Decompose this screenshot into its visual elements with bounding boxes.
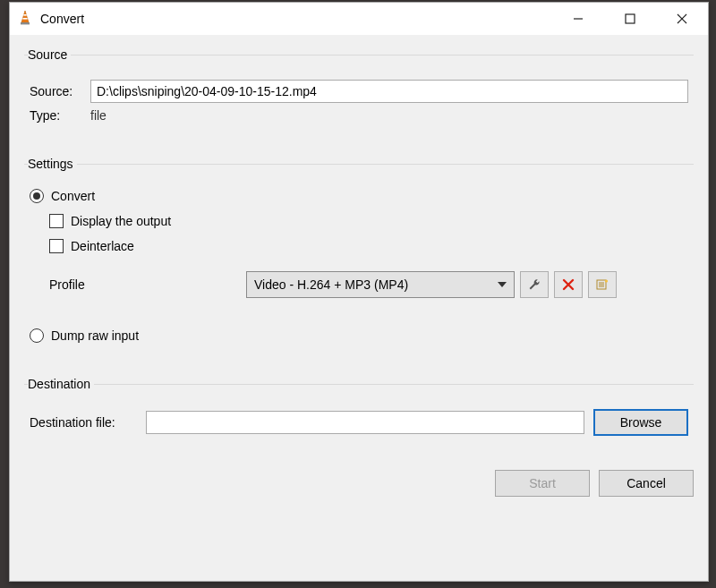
settings-legend: Settings [28,157,77,171]
cancel-button[interactable]: Cancel [599,470,694,497]
destination-group: Destination Destination file: Browse [24,377,694,454]
profile-value: Video - H.264 + MP3 (MP4) [254,277,408,292]
window-title: Convert [40,12,84,26]
x-icon [561,277,575,292]
display-output-checkbox[interactable]: Display the output [49,214,171,228]
start-button[interactable]: Start [495,470,590,497]
source-label: Source: [30,84,90,98]
destination-legend: Destination [28,377,94,391]
svg-marker-0 [21,11,29,22]
maximize-button[interactable] [604,3,656,35]
new-profile-icon [595,277,609,292]
destination-file-label: Destination file: [30,415,146,430]
dump-raw-radio[interactable]: Dump raw input [30,328,139,343]
svg-rect-5 [626,14,635,23]
delete-profile-button[interactable] [554,271,583,298]
titlebar[interactable]: Convert [10,3,708,35]
svg-point-9 [605,279,608,282]
type-label: Type: [30,108,90,123]
app-icon [17,10,33,29]
profile-combobox[interactable]: Video - H.264 + MP3 (MP4) [246,271,515,298]
type-value: file [90,108,107,123]
svg-rect-1 [23,14,26,16]
destination-file-input[interactable] [146,411,584,434]
svg-rect-3 [21,22,30,24]
close-button[interactable] [656,3,708,35]
chevron-down-icon [498,282,507,287]
wrench-icon [527,277,541,292]
browse-button[interactable]: Browse [593,409,688,436]
svg-rect-2 [22,18,27,20]
dump-raw-label: Dump raw input [51,328,139,343]
convert-dialog: Convert Source Source: Type: file [9,2,709,582]
source-input[interactable] [90,80,688,103]
settings-group: Settings Convert Display the output Dein… [24,157,694,361]
convert-radio[interactable]: Convert [30,189,95,203]
deinterlace-checkbox[interactable]: Deinterlace [49,239,134,253]
source-legend: Source [28,47,71,62]
source-group: Source Source: Type: file [24,47,694,141]
minimize-button[interactable] [552,3,604,35]
new-profile-button[interactable] [588,271,617,298]
convert-radio-label: Convert [51,189,95,203]
deinterlace-label: Deinterlace [71,239,134,253]
display-output-label: Display the output [71,214,171,228]
edit-profile-button[interactable] [520,271,549,298]
profile-label: Profile [49,277,246,292]
